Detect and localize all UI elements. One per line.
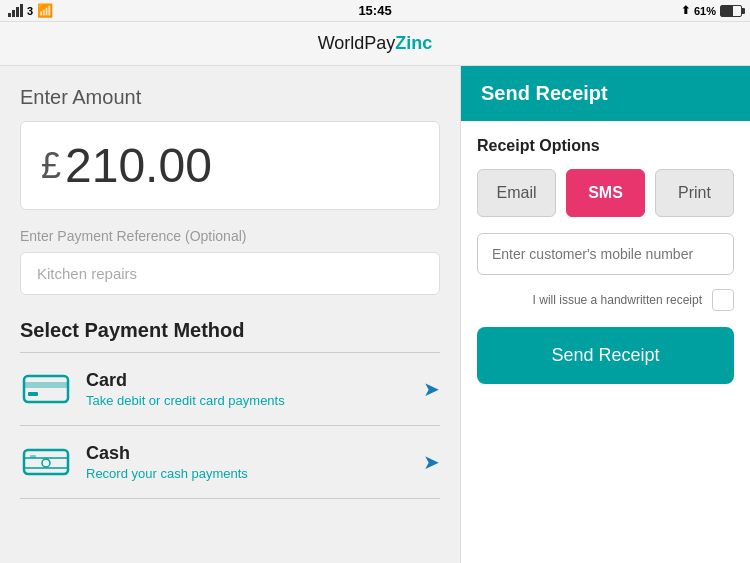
card-payment-option[interactable]: Card Take debit or credit card payments … bbox=[20, 353, 440, 426]
left-panel: Enter Amount £ 210.00 Enter Payment Refe… bbox=[0, 66, 460, 563]
cash-payment-option[interactable]: Cash Record your cash payments ➤ bbox=[20, 426, 440, 499]
sms-button[interactable]: SMS bbox=[566, 169, 645, 217]
optional-label: (Optional) bbox=[185, 228, 246, 244]
card-desc: Take debit or credit card payments bbox=[86, 393, 423, 408]
svg-rect-2 bbox=[28, 392, 38, 396]
card-name: Card bbox=[86, 370, 423, 391]
enter-amount-label: Enter Amount bbox=[20, 86, 440, 109]
status-right: ⬆ 61% bbox=[681, 4, 742, 17]
cash-icon bbox=[20, 442, 72, 482]
wifi-icon: 📶 bbox=[37, 3, 53, 18]
cash-desc: Record your cash payments bbox=[86, 466, 423, 481]
main-layout: Enter Amount £ 210.00 Enter Payment Refe… bbox=[0, 66, 750, 563]
payment-ref-label: Enter Payment Reference (Optional) bbox=[20, 228, 440, 244]
svg-rect-1 bbox=[24, 382, 68, 388]
battery-percentage: 61% bbox=[694, 5, 716, 17]
network-label: 3 bbox=[27, 5, 33, 17]
print-button[interactable]: Print bbox=[655, 169, 734, 217]
app-header: WorldPayZinc bbox=[0, 22, 750, 66]
cash-arrow-icon: ➤ bbox=[423, 450, 440, 474]
currency-symbol: £ bbox=[41, 145, 61, 187]
payment-ref-input[interactable] bbox=[20, 252, 440, 295]
card-arrow-icon: ➤ bbox=[423, 377, 440, 401]
send-receipt-button[interactable]: Send Receipt bbox=[477, 327, 734, 384]
receipt-buttons: Email SMS Print bbox=[477, 169, 734, 217]
mobile-number-input[interactable] bbox=[477, 233, 734, 275]
status-time: 15:45 bbox=[358, 3, 391, 18]
handwritten-receipt-row: I will issue a handwritten receipt bbox=[477, 289, 734, 311]
right-panel-body: Receipt Options Email SMS Print I will i… bbox=[461, 121, 750, 563]
amount-display: £ 210.00 bbox=[20, 121, 440, 210]
svg-rect-6 bbox=[30, 455, 36, 458]
right-panel: Send Receipt Receipt Options Email SMS P… bbox=[460, 66, 750, 563]
status-bar: 3 📶 15:45 ⬆ 61% bbox=[0, 0, 750, 22]
handwritten-label: I will issue a handwritten receipt bbox=[533, 293, 702, 307]
svg-point-5 bbox=[42, 459, 50, 467]
send-receipt-header: Send Receipt bbox=[461, 66, 750, 121]
svg-rect-3 bbox=[24, 450, 68, 474]
email-button[interactable]: Email bbox=[477, 169, 556, 217]
select-payment-label: Select Payment Method bbox=[20, 319, 440, 342]
bluetooth-icon: ⬆ bbox=[681, 4, 690, 17]
handwritten-checkbox[interactable] bbox=[712, 289, 734, 311]
status-left: 3 📶 bbox=[8, 3, 53, 18]
svg-rect-0 bbox=[24, 376, 68, 402]
cash-name: Cash bbox=[86, 443, 423, 464]
signal-icon bbox=[8, 4, 23, 17]
card-payment-text: Card Take debit or credit card payments bbox=[86, 370, 423, 408]
cash-payment-text: Cash Record your cash payments bbox=[86, 443, 423, 481]
card-icon bbox=[20, 369, 72, 409]
app-title: WorldPayZinc bbox=[318, 33, 433, 54]
receipt-options-label: Receipt Options bbox=[477, 137, 734, 155]
amount-value: 210.00 bbox=[65, 138, 212, 193]
battery-icon bbox=[720, 5, 742, 17]
